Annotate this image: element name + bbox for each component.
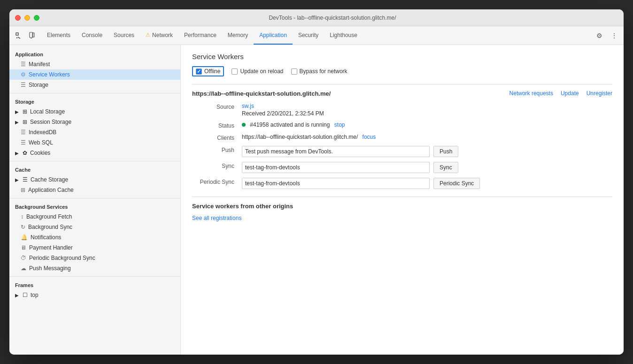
service-workers-icon: ⚙ bbox=[21, 71, 26, 78]
right-panel: Service Workers Offline Update on reload… bbox=[181, 45, 624, 355]
tab-lighthouse[interactable]: Lighthouse bbox=[324, 26, 363, 45]
sidebar-item-service-workers[interactable]: ⚙ Service Workers bbox=[9, 69, 180, 80]
update-on-reload-label[interactable]: Update on reload bbox=[232, 68, 283, 75]
inspect-icon[interactable] bbox=[13, 30, 24, 41]
tab-list: Elements Console Sources ⚠ Network Perfo… bbox=[41, 26, 594, 45]
worker-actions: Network requests Update Unregister bbox=[509, 90, 612, 97]
sidebar-item-storage-app[interactable]: ☰ Storage bbox=[9, 80, 180, 90]
sidebar-item-payment-handler[interactable]: 🖥 Payment Handler bbox=[9, 243, 180, 253]
sidebar-cache-storage-toggle[interactable]: ▶ ☰ Cache Storage bbox=[9, 174, 180, 185]
see-all-registrations-link[interactable]: See all registrations bbox=[192, 215, 241, 221]
sidebar-item-websql[interactable]: ☰ Web SQL bbox=[9, 137, 180, 148]
sidebar-section-bg-services: Background Services bbox=[9, 201, 180, 212]
push-button[interactable]: Push bbox=[433, 146, 458, 157]
bg-sync-icon: ↻ bbox=[21, 224, 25, 230]
tab-sources[interactable]: Sources bbox=[108, 26, 140, 45]
cookies-icon: ✿ bbox=[23, 150, 27, 156]
indexeddb-icon: ☰ bbox=[21, 129, 26, 136]
offline-checkbox[interactable] bbox=[196, 68, 202, 75]
periodic-sync-input-row: Periodic Sync bbox=[242, 178, 612, 189]
source-file-link[interactable]: sw.js bbox=[242, 103, 254, 109]
sync-button[interactable]: Sync bbox=[433, 162, 458, 173]
sidebar-item-manifest[interactable]: ☰ Manifest bbox=[9, 59, 180, 69]
periodic-bg-sync-icon: ⏱ bbox=[21, 255, 26, 261]
minimize-button[interactable] bbox=[24, 15, 30, 21]
offline-checkbox-wrapper[interactable]: Offline bbox=[192, 66, 224, 76]
other-origins-title: Service workers from other origins bbox=[192, 203, 612, 210]
settings-icon[interactable]: ⚙ bbox=[594, 30, 605, 41]
source-received: Received 2/20/2021, 2:32:54 PM bbox=[242, 110, 612, 117]
sync-row: Sync bbox=[242, 162, 612, 173]
websql-icon: ☰ bbox=[21, 139, 26, 146]
network-warn-icon: ⚠ bbox=[146, 32, 150, 38]
sidebar-item-notifications[interactable]: 🔔 Notifications bbox=[9, 232, 180, 243]
tab-performance[interactable]: Performance bbox=[178, 26, 222, 45]
push-input[interactable] bbox=[242, 146, 430, 157]
sync-input-row: Sync bbox=[242, 162, 612, 173]
tab-elements[interactable]: Elements bbox=[41, 26, 76, 45]
push-row: Push bbox=[242, 146, 612, 157]
sidebar-item-app-cache[interactable]: ⊞ Application Cache bbox=[9, 185, 180, 195]
focus-link[interactable]: focus bbox=[363, 134, 376, 140]
sidebar-item-bg-fetch[interactable]: ↕ Background Fetch bbox=[9, 212, 180, 222]
tab-security[interactable]: Security bbox=[293, 26, 324, 45]
traffic-lights bbox=[15, 15, 39, 21]
bypass-for-network-label[interactable]: Bypass for network bbox=[291, 68, 347, 75]
tab-console[interactable]: Console bbox=[76, 26, 108, 45]
sidebar-frames-toggle[interactable]: ▶ ☐ top bbox=[9, 290, 180, 300]
device-toggle-icon[interactable] bbox=[26, 30, 38, 41]
toolbar-right: ⚙ ⋮ bbox=[594, 30, 620, 41]
sidebar-cookies-toggle[interactable]: ▶ ✿ Cookies bbox=[9, 148, 180, 158]
divider-1 bbox=[192, 84, 612, 84]
sidebar-item-bg-sync[interactable]: ↻ Background Sync bbox=[9, 222, 180, 232]
tab-network[interactable]: ⚠ Network bbox=[140, 26, 178, 45]
clients-value: https://lab--offline-quickstart-solution… bbox=[242, 134, 612, 141]
expand-arrow-cookies: ▶ bbox=[15, 151, 20, 156]
clients-label: Clients bbox=[192, 134, 234, 141]
sidebar-local-storage-toggle[interactable]: ▶ ⊞ Local Storage bbox=[9, 106, 180, 117]
periodic-sync-button[interactable]: Periodic Sync bbox=[433, 178, 480, 189]
maximize-button[interactable] bbox=[34, 15, 39, 21]
periodic-sync-label: Periodic Sync bbox=[192, 178, 234, 189]
sidebar-item-push-messaging[interactable]: ☁ Push Messaging bbox=[9, 263, 180, 273]
title-bar: DevTools - lab--offline-quickstart-solut… bbox=[9, 9, 624, 26]
tab-application[interactable]: Application bbox=[254, 26, 293, 45]
update-on-reload-checkbox[interactable] bbox=[232, 68, 238, 75]
sync-input[interactable] bbox=[242, 162, 430, 173]
network-requests-link[interactable]: Network requests bbox=[509, 90, 553, 97]
bypass-for-network-checkbox[interactable] bbox=[291, 68, 297, 75]
svg-rect-3 bbox=[32, 33, 34, 37]
storage-app-icon: ☰ bbox=[21, 82, 26, 88]
expand-arrow-cache: ▶ bbox=[15, 177, 20, 182]
app-cache-icon: ⊞ bbox=[21, 187, 25, 193]
sidebar-item-periodic-bg-sync[interactable]: ⏱ Periodic Background Sync bbox=[9, 253, 180, 263]
more-options-icon[interactable]: ⋮ bbox=[609, 30, 620, 41]
checkbox-row: Offline Update on reload Bypass for netw… bbox=[192, 66, 612, 76]
main-content: Application ☰ Manifest ⚙ Service Workers… bbox=[9, 45, 624, 355]
periodic-sync-input[interactable] bbox=[242, 178, 430, 189]
notifications-icon: 🔔 bbox=[21, 234, 28, 241]
sidebar-section-storage: Storage bbox=[9, 96, 180, 106]
close-button[interactable] bbox=[15, 15, 21, 21]
push-label: Push bbox=[192, 146, 234, 157]
sidebar-section-application: Application bbox=[9, 49, 180, 59]
unregister-link[interactable]: Unregister bbox=[587, 90, 612, 97]
push-input-row: Push bbox=[242, 146, 612, 157]
update-link[interactable]: Update bbox=[561, 90, 579, 97]
worker-row: https://lab--offline-quickstart-solution… bbox=[192, 90, 612, 97]
source-value: sw.js Received 2/20/2021, 2:32:54 PM bbox=[242, 103, 612, 117]
expand-arrow-session: ▶ bbox=[15, 120, 20, 125]
stop-link[interactable]: stop bbox=[334, 121, 345, 128]
offline-label: Offline bbox=[204, 68, 220, 75]
source-label: Source bbox=[192, 103, 234, 117]
tab-memory[interactable]: Memory bbox=[222, 26, 254, 45]
status-dot-icon bbox=[242, 123, 246, 127]
worker-url: https://lab--offline-quickstart-solution… bbox=[192, 90, 331, 97]
sidebar-item-indexeddb[interactable]: ☰ IndexedDB bbox=[9, 127, 180, 137]
expand-arrow-frames: ▶ bbox=[15, 293, 20, 298]
panel-title: Service Workers bbox=[192, 53, 612, 61]
sidebar: Application ☰ Manifest ⚙ Service Workers… bbox=[9, 45, 181, 355]
toolbar: Elements Console Sources ⚠ Network Perfo… bbox=[9, 26, 624, 45]
sidebar-session-storage-toggle[interactable]: ▶ ⊞ Session Storage bbox=[9, 117, 180, 127]
bg-fetch-icon: ↕ bbox=[21, 213, 23, 220]
